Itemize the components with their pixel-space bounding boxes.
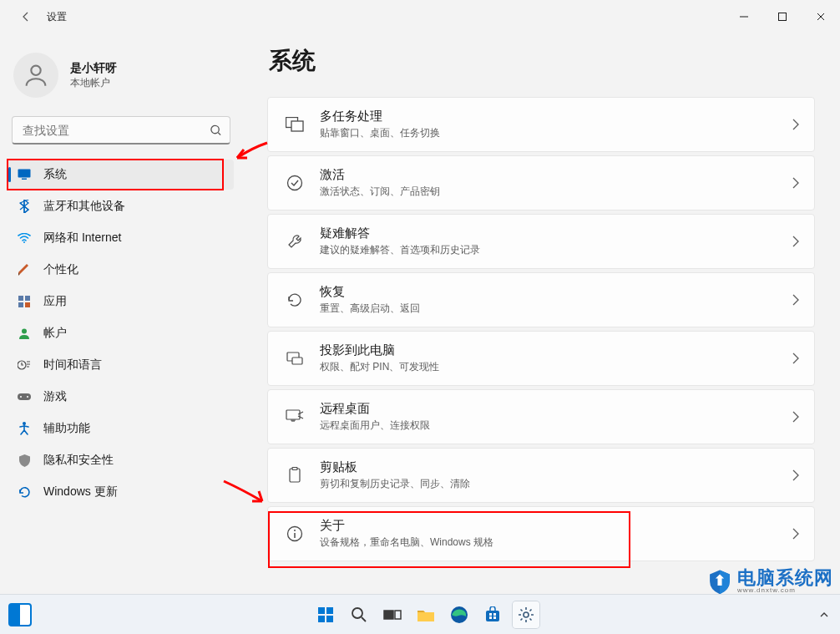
svg-rect-41 (489, 616, 492, 619)
svg-rect-40 (493, 613, 496, 616)
sidebar-item-time-language[interactable]: 时间和语言 (8, 350, 234, 380)
svg-rect-42 (493, 616, 496, 619)
sidebar-item-apps[interactable]: 应用 (8, 287, 234, 317)
card-activation[interactable]: 激活激活状态、订阅、产品密钥 (267, 155, 815, 210)
card-title: 投影到此电脑 (320, 342, 792, 358)
close-button[interactable] (802, 0, 840, 33)
svg-rect-24 (290, 469, 300, 482)
svg-rect-11 (25, 302, 30, 307)
svg-point-27 (294, 530, 296, 531)
update-icon (17, 484, 32, 500)
card-subtitle: 建议的疑难解答、首选项和历史记录 (320, 243, 792, 257)
sidebar-item-personalization[interactable]: 个性化 (8, 255, 234, 285)
taskbar-explorer[interactable] (412, 601, 439, 628)
nav-list: 系统 蓝牙和其他设备 网络和 Internet 个性化 应用 帐户 (8, 160, 234, 507)
sidebar-item-label: 辅助功能 (43, 421, 90, 436)
svg-rect-22 (292, 358, 302, 364)
chevron-right-icon (792, 469, 799, 481)
card-about[interactable]: 关于设备规格，重命名电脑、Windows 规格 (267, 506, 815, 561)
sidebar-item-label: 时间和语言 (43, 358, 102, 373)
taskbar-store[interactable] (479, 601, 506, 628)
svg-point-15 (20, 396, 22, 398)
svg-rect-5 (18, 170, 31, 178)
watermark: 电脑系统网 www.dnxtw.com (706, 567, 833, 596)
card-troubleshoot[interactable]: 疑难解答建议的疑难解答、首选项和历史记录 (267, 214, 815, 269)
maximize-button[interactable] (763, 0, 802, 33)
apps-icon (17, 294, 32, 309)
sidebar-item-network[interactable]: 网络和 Internet (8, 223, 234, 253)
svg-rect-35 (384, 611, 393, 619)
sidebar: 是小轩呀 本地帐户 系统 蓝牙和其他设备 网络和 Internet (0, 33, 242, 594)
svg-point-43 (524, 612, 529, 617)
search-input[interactable] (12, 116, 230, 145)
sidebar-item-system[interactable]: 系统 (8, 160, 234, 190)
sidebar-item-update[interactable]: Windows 更新 (8, 477, 234, 507)
watermark-url: www.dnxtw.com (737, 587, 833, 594)
taskbar-start[interactable] (312, 601, 339, 628)
sidebar-item-label: 网络和 Internet (43, 231, 121, 246)
svg-rect-36 (395, 611, 401, 619)
taskbar (0, 594, 840, 634)
user-block[interactable]: 是小轩呀 本地帐户 (8, 46, 234, 116)
sidebar-item-gaming[interactable]: 游戏 (8, 382, 234, 412)
card-title: 疑难解答 (320, 226, 792, 241)
card-title: 多任务处理 (320, 109, 792, 124)
sidebar-item-accounts[interactable]: 帐户 (8, 318, 234, 348)
svg-rect-10 (18, 302, 23, 307)
card-projecting[interactable]: 投影到此电脑权限、配对 PIN、可发现性 (267, 331, 815, 386)
svg-rect-23 (286, 410, 300, 419)
taskbar-taskview[interactable] (379, 601, 406, 628)
shield-icon (17, 453, 32, 468)
search-wrapper (12, 116, 230, 145)
settings-list: 多任务处理贴靠窗口、桌面、任务切换 激活激活状态、订阅、产品密钥 疑难解答建议的… (267, 97, 815, 561)
multitasking-icon (283, 113, 306, 136)
card-subtitle: 重置、高级启动、返回 (320, 302, 792, 316)
taskbar-edge[interactable] (446, 601, 473, 628)
svg-rect-9 (25, 296, 30, 301)
clock-language-icon (17, 358, 32, 373)
taskbar-search[interactable] (346, 601, 372, 628)
svg-rect-29 (318, 607, 325, 614)
svg-rect-1 (779, 13, 787, 21)
sidebar-item-label: 应用 (43, 294, 67, 309)
titlebar: 设置 (0, 0, 840, 33)
back-button[interactable] (13, 4, 38, 29)
card-title: 关于 (320, 518, 792, 534)
card-multitasking[interactable]: 多任务处理贴靠窗口、桌面、任务切换 (267, 97, 815, 152)
card-remote-desktop[interactable]: 远程桌面远程桌面用户、连接权限 (267, 389, 815, 444)
sidebar-item-label: 个性化 (43, 262, 78, 277)
svg-point-2 (31, 66, 40, 75)
svg-point-3 (211, 125, 219, 133)
sidebar-item-privacy[interactable]: 隐私和安全性 (8, 445, 234, 475)
svg-rect-38 (486, 611, 499, 621)
sidebar-item-accessibility[interactable]: 辅助功能 (8, 413, 234, 444)
chevron-right-icon (792, 294, 799, 306)
wifi-icon (17, 231, 32, 246)
taskbar-settings[interactable] (513, 601, 539, 628)
taskbar-tray-chevron-icon[interactable] (820, 611, 828, 618)
svg-point-33 (352, 608, 362, 618)
card-title: 远程桌面 (320, 401, 792, 417)
content-area: 系统 多任务处理贴靠窗口、桌面、任务切换 激活激活状态、订阅、产品密钥 疑难解答… (242, 33, 840, 594)
sidebar-item-label: 蓝牙和其他设备 (43, 199, 125, 214)
card-recovery[interactable]: 恢复重置、高级启动、返回 (267, 272, 815, 327)
page-title: 系统 (269, 45, 815, 77)
svg-line-34 (362, 617, 366, 621)
card-title: 剪贴板 (320, 459, 792, 475)
clipboard-icon (283, 464, 306, 487)
card-subtitle: 设备规格，重命名电脑、Windows 规格 (320, 535, 792, 550)
chevron-right-icon (792, 353, 799, 364)
svg-rect-39 (489, 613, 492, 616)
sidebar-item-bluetooth[interactable]: 蓝牙和其他设备 (8, 191, 234, 221)
svg-point-16 (27, 396, 28, 398)
chevron-right-icon (792, 236, 799, 247)
sidebar-item-label: Windows 更新 (43, 484, 118, 500)
troubleshoot-icon (283, 230, 306, 253)
bluetooth-icon (17, 199, 32, 214)
card-clipboard[interactable]: 剪贴板剪切和复制历史记录、同步、清除 (267, 448, 815, 503)
taskbar-widgets[interactable] (8, 603, 32, 626)
chevron-right-icon (792, 411, 799, 423)
svg-line-4 (218, 133, 220, 135)
minimize-button[interactable] (725, 0, 763, 33)
recovery-icon (283, 288, 306, 312)
